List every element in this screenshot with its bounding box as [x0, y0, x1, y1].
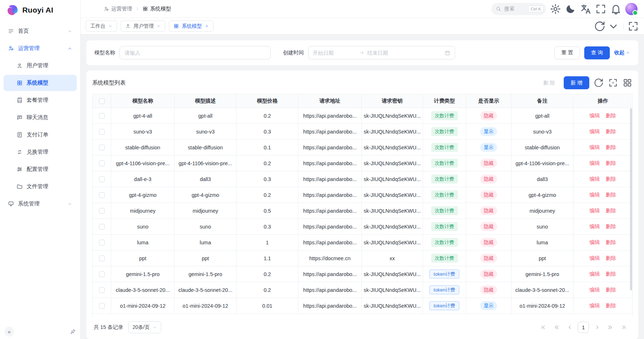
- refresh-table-icon[interactable]: [594, 78, 604, 88]
- sidebar-item-9[interactable]: 文件管理: [4, 178, 77, 195]
- sidebar-collapse-button[interactable]: «: [4, 327, 14, 336]
- sidebar-item-7[interactable]: 兑换管理: [4, 144, 77, 160]
- delete-link[interactable]: 删除: [606, 144, 616, 150]
- tab-1[interactable]: 用户管理: [121, 21, 165, 32]
- settings-gear-icon[interactable]: [550, 3, 561, 15]
- jump-back-button[interactable]: [551, 322, 562, 333]
- table-fullscreen-icon[interactable]: [608, 78, 618, 88]
- edit-link[interactable]: 编辑: [590, 144, 600, 150]
- delete-link[interactable]: 删除: [606, 128, 616, 134]
- close-icon[interactable]: [205, 24, 209, 28]
- delete-button[interactable]: 删 除: [539, 76, 559, 89]
- edit-link[interactable]: 编辑: [590, 128, 600, 134]
- sidebar-item-8[interactable]: 配置管理: [4, 161, 77, 177]
- content-fullscreen-icon[interactable]: [627, 21, 639, 32]
- delete-link[interactable]: 删除: [606, 192, 616, 198]
- delete-link[interactable]: 删除: [606, 176, 616, 182]
- breadcrumb-item[interactable]: 系统模型: [143, 5, 171, 12]
- cell-model-price: 0.2: [237, 155, 298, 171]
- edit-link[interactable]: 编辑: [590, 176, 600, 182]
- delete-link[interactable]: 删除: [606, 113, 616, 118]
- sidebar-item-2[interactable]: 用户管理: [4, 58, 77, 74]
- notifications-bell-icon[interactable]: [610, 3, 622, 15]
- tab-0[interactable]: 工作台: [86, 21, 117, 32]
- column-header: 请求地址: [298, 94, 362, 108]
- page-size-select[interactable]: 20条/页: [128, 321, 161, 333]
- delete-link[interactable]: 删除: [606, 239, 616, 245]
- row-checkbox[interactable]: [99, 192, 105, 198]
- collapse-filter-link[interactable]: 收起: [614, 49, 630, 56]
- tab-menu-chevron-down-icon[interactable]: [608, 21, 619, 32]
- global-search[interactable]: 搜索 Ctrl K: [491, 3, 546, 15]
- jump-forward-button[interactable]: [605, 322, 616, 333]
- delete-link[interactable]: 删除: [606, 223, 616, 229]
- model-name-input[interactable]: [120, 46, 271, 59]
- sidebar-item-0[interactable]: 首页: [4, 23, 77, 39]
- reset-button[interactable]: 重 置: [554, 46, 580, 59]
- current-page-number[interactable]: 1: [578, 322, 589, 333]
- fullscreen-icon[interactable]: [595, 3, 607, 15]
- cell-request-key: sk-JIUQLNndqSeKWU...: [362, 235, 423, 250]
- sidebar-item-5[interactable]: 聊天消息: [4, 109, 77, 126]
- row-checkbox[interactable]: [99, 224, 105, 230]
- edit-link[interactable]: 编辑: [590, 208, 600, 213]
- start-date-input[interactable]: [313, 50, 356, 56]
- breadcrumb-item[interactable]: 运营管理: [104, 5, 132, 12]
- edit-link[interactable]: 编辑: [590, 160, 600, 166]
- row-checkbox[interactable]: [99, 145, 105, 150]
- column-settings-icon[interactable]: [622, 78, 632, 88]
- row-checkbox[interactable]: [99, 287, 105, 293]
- delete-link[interactable]: 删除: [606, 160, 616, 166]
- tab-2[interactable]: 系统模型: [169, 21, 213, 32]
- logo[interactable]: Ruoyi AI: [0, 0, 80, 20]
- edit-link[interactable]: 编辑: [590, 223, 600, 229]
- row-checkbox[interactable]: [99, 271, 105, 277]
- add-button[interactable]: 新 增: [564, 76, 589, 89]
- delete-link[interactable]: 删除: [606, 303, 616, 308]
- row-checkbox[interactable]: [99, 176, 105, 182]
- edit-link[interactable]: 编辑: [590, 255, 600, 261]
- delete-link[interactable]: 删除: [606, 287, 616, 293]
- close-icon[interactable]: [108, 24, 112, 28]
- dark-mode-moon-icon[interactable]: [565, 3, 576, 15]
- row-checkbox[interactable]: [99, 303, 105, 309]
- edit-link[interactable]: 编辑: [590, 239, 600, 245]
- delete-link[interactable]: 删除: [606, 255, 616, 261]
- language-translate-icon[interactable]: [580, 3, 591, 15]
- sidebar-item-1[interactable]: 运营管理: [4, 40, 77, 56]
- first-page-button[interactable]: [538, 322, 549, 333]
- hamburger-menu-icon[interactable]: [87, 3, 99, 15]
- select-all-checkbox[interactable]: [99, 98, 105, 104]
- model-name-field: 模型名称: [94, 46, 271, 59]
- row-checkbox[interactable]: [99, 208, 105, 214]
- row-checkbox[interactable]: [99, 129, 105, 135]
- user-avatar[interactable]: [625, 3, 638, 15]
- edit-link[interactable]: 编辑: [590, 303, 600, 308]
- table-scrollbar[interactable]: [630, 108, 632, 315]
- row-checkbox[interactable]: [99, 240, 105, 245]
- delete-link[interactable]: 删除: [606, 208, 616, 213]
- pin-icon[interactable]: [70, 329, 76, 335]
- edit-link[interactable]: 编辑: [590, 192, 600, 198]
- next-page-button[interactable]: [591, 322, 602, 333]
- close-icon[interactable]: [157, 24, 161, 28]
- sidebar-item-3[interactable]: 系统模型: [4, 75, 77, 91]
- end-date-input[interactable]: [367, 50, 410, 56]
- delete-link[interactable]: 删除: [606, 271, 616, 277]
- refresh-tab-icon[interactable]: [594, 21, 605, 32]
- scrollbar-thumb[interactable]: [630, 108, 632, 290]
- query-button[interactable]: 查 询: [584, 46, 610, 59]
- row-checkbox[interactable]: [99, 256, 105, 261]
- previous-page-button[interactable]: [564, 322, 575, 333]
- edit-link[interactable]: 编辑: [590, 113, 600, 118]
- row-checkbox[interactable]: [99, 113, 105, 119]
- sidebar-item-6[interactable]: 支付订单: [4, 127, 77, 143]
- sidebar-item-10[interactable]: 系统管理: [4, 196, 77, 212]
- row-checkbox[interactable]: [99, 161, 105, 166]
- cell-model-name: gemini-1.5-pro: [111, 266, 175, 282]
- last-page-button[interactable]: [618, 322, 629, 333]
- sidebar-item-4[interactable]: 套餐管理: [4, 92, 77, 108]
- edit-link[interactable]: 编辑: [590, 287, 600, 293]
- create-time-range-picker[interactable]: [308, 46, 455, 59]
- edit-link[interactable]: 编辑: [590, 271, 600, 277]
